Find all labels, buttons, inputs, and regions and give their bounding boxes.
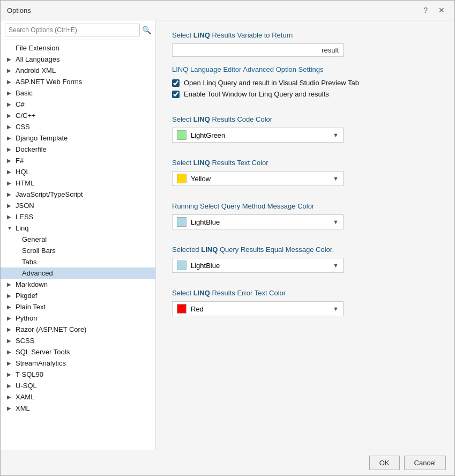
- tree-item-less[interactable]: ▶ LESS: [1, 211, 155, 222]
- tree: File Extension ▶ All Languages ▶ Android…: [1, 40, 155, 450]
- collapsed-arrow: ▶: [7, 360, 13, 366]
- tree-label: Scroll Bars: [22, 247, 56, 255]
- tree-item-csharp[interactable]: ▶ C#: [1, 99, 155, 110]
- checkbox-preview-tab[interactable]: [172, 79, 180, 87]
- tree-item-hql[interactable]: ▶ HQL: [1, 166, 155, 177]
- collapsed-arrow: ▶: [7, 371, 13, 377]
- tree-item-linq-scrollbars[interactable]: Scroll Bars: [1, 245, 155, 256]
- linq-variable-section-title: Select LINQ Results Variable to Return: [172, 31, 438, 39]
- tree-item-js-ts[interactable]: ▶ JavaScript/TypeScript: [1, 189, 155, 200]
- tree-item-python[interactable]: ▶ Python: [1, 313, 155, 324]
- collapsed-arrow: ▶: [7, 383, 13, 389]
- tree-item-file-extension[interactable]: File Extension: [1, 42, 155, 54]
- tree-label: LESS: [16, 213, 33, 221]
- tree-label: JSON: [16, 202, 34, 210]
- tree-label: Tabs: [22, 258, 36, 266]
- error-color-dropdown-arrow: ▼: [333, 306, 339, 312]
- tree-label: HQL: [16, 168, 30, 176]
- tree-item-linq-tabs[interactable]: Tabs: [1, 256, 155, 267]
- tree-item-xaml[interactable]: ▶ XAML: [1, 391, 155, 403]
- help-button[interactable]: ?: [420, 5, 431, 16]
- checkbox-tool-window[interactable]: [172, 91, 180, 98]
- ok-button[interactable]: OK: [369, 456, 400, 470]
- close-button[interactable]: ✕: [435, 5, 448, 16]
- tree-item-pkgdef[interactable]: ▶ Pkgdef: [1, 290, 155, 301]
- tree-item-html[interactable]: ▶ HTML: [1, 177, 155, 189]
- search-icon: 🔍: [142, 26, 151, 34]
- tree-item-linq-advanced[interactable]: Advanced: [1, 267, 155, 279]
- query-msg-color-section-title: Running Select Query Method Message Colo…: [172, 202, 438, 210]
- main-content: Select LINQ Results Variable to Return L…: [156, 20, 454, 450]
- tree-item-all-languages[interactable]: ▶ All Languages: [1, 54, 155, 65]
- collapsed-arrow: ▶: [7, 79, 13, 85]
- code-color-dropdown[interactable]: LightGreen ▼: [172, 128, 344, 143]
- tree-label: C/C++: [16, 111, 36, 120]
- tree-label: C#: [16, 100, 25, 108]
- tree-item-dockerfile[interactable]: ▶ Dockerfile: [1, 144, 155, 155]
- collapsed-arrow: ▶: [7, 203, 13, 209]
- collapsed-arrow: ▶: [7, 191, 13, 197]
- tree-item-tsql90[interactable]: ▶ T-SQL90: [1, 369, 155, 380]
- tree-label: General: [22, 235, 47, 243]
- dialog-body: 🔍 File Extension ▶ All Languages ▶ Andro…: [1, 20, 454, 450]
- collapsed-arrow: ▶: [7, 101, 13, 107]
- collapsed-arrow: ▶: [7, 293, 13, 299]
- tree-label: JavaScript/TypeScript: [16, 190, 83, 198]
- tree-label: Advanced: [22, 269, 53, 277]
- tree-item-django[interactable]: ▶ Django Template: [1, 132, 155, 144]
- tree-item-android-xml[interactable]: ▶ Android XML: [1, 65, 155, 76]
- equal-msg-color-value: LightBlue: [191, 262, 220, 270]
- tree-item-stream-analytics[interactable]: ▶ StreamAnalytics: [1, 358, 155, 369]
- tree-item-aspnet-webforms[interactable]: ▶ ASP.NET Web Forms: [1, 76, 155, 87]
- collapsed-arrow: ▶: [7, 113, 13, 118]
- dialog-footer: OK Cancel: [1, 450, 454, 475]
- collapsed-arrow: ▶: [7, 338, 13, 344]
- tree-item-linq-general[interactable]: General: [1, 234, 155, 245]
- cancel-button[interactable]: Cancel: [404, 456, 446, 470]
- tree-label: Plain Text: [16, 303, 46, 311]
- tree-label: F#: [16, 157, 24, 165]
- query-msg-color-dropdown[interactable]: LightBlue ▼: [172, 214, 344, 229]
- tree-item-xml[interactable]: ▶ XML: [1, 403, 155, 414]
- tree-item-json[interactable]: ▶ JSON: [1, 200, 155, 211]
- text-color-dropdown[interactable]: Yellow ▼: [172, 171, 344, 186]
- text-color-swatch: [177, 174, 187, 183]
- collapsed-arrow: ▶: [7, 90, 13, 96]
- query-msg-color-value: LightBlue: [191, 218, 220, 226]
- collapsed-arrow: ▶: [7, 169, 13, 175]
- query-msg-color-label-group: LightBlue: [177, 217, 220, 227]
- linq-advanced-section-title: LINQ Language Editor Advanced Option Set…: [172, 65, 438, 73]
- sidebar: 🔍 File Extension ▶ All Languages ▶ Andro…: [1, 20, 156, 450]
- tree-item-markdown[interactable]: ▶ Markdown: [1, 279, 155, 290]
- tree-item-scss[interactable]: ▶ SCSS: [1, 335, 155, 346]
- tree-item-usql[interactable]: ▶ U-SQL: [1, 380, 155, 391]
- equal-msg-color-dropdown[interactable]: LightBlue ▼: [172, 258, 344, 273]
- checkbox-preview-tab-label: Open Linq Query and result in Visual Stu…: [184, 79, 359, 87]
- expanded-arrow: ▼: [7, 225, 13, 231]
- collapsed-arrow: ▶: [7, 146, 13, 152]
- tree-label: Android XML: [16, 66, 56, 75]
- tree-label: Python: [16, 314, 37, 322]
- tree-label: Django Template: [16, 134, 68, 142]
- collapsed-arrow: ▶: [7, 180, 13, 186]
- tree-label: CSS: [16, 123, 30, 131]
- search-input[interactable]: [5, 24, 140, 36]
- tree-label: XAML: [16, 393, 34, 401]
- tree-item-razor[interactable]: ▶ Razor (ASP.NET Core): [1, 324, 155, 335]
- tree-label: Basic: [16, 89, 33, 97]
- equal-msg-color-swatch: [177, 261, 187, 270]
- collapsed-arrow: ▶: [7, 68, 13, 73]
- linq-variable-input[interactable]: [172, 43, 344, 57]
- error-color-swatch: [177, 304, 187, 314]
- tree-item-cpp[interactable]: ▶ C/C++: [1, 110, 155, 121]
- tree-item-basic[interactable]: ▶ Basic: [1, 87, 155, 99]
- title-bar-buttons: ? ✕: [420, 5, 448, 16]
- tree-item-plain-text[interactable]: ▶ Plain Text: [1, 301, 155, 313]
- tree-item-sql-server[interactable]: ▶ SQL Server Tools: [1, 346, 155, 358]
- query-msg-color-swatch: [177, 217, 187, 227]
- tree-item-fsharp[interactable]: ▶ F#: [1, 155, 155, 166]
- tree-item-linq[interactable]: ▼ Linq: [1, 222, 155, 234]
- tree-item-css[interactable]: ▶ CSS: [1, 121, 155, 132]
- collapsed-arrow: ▶: [7, 158, 13, 163]
- error-color-dropdown[interactable]: Red ▼: [172, 301, 344, 316]
